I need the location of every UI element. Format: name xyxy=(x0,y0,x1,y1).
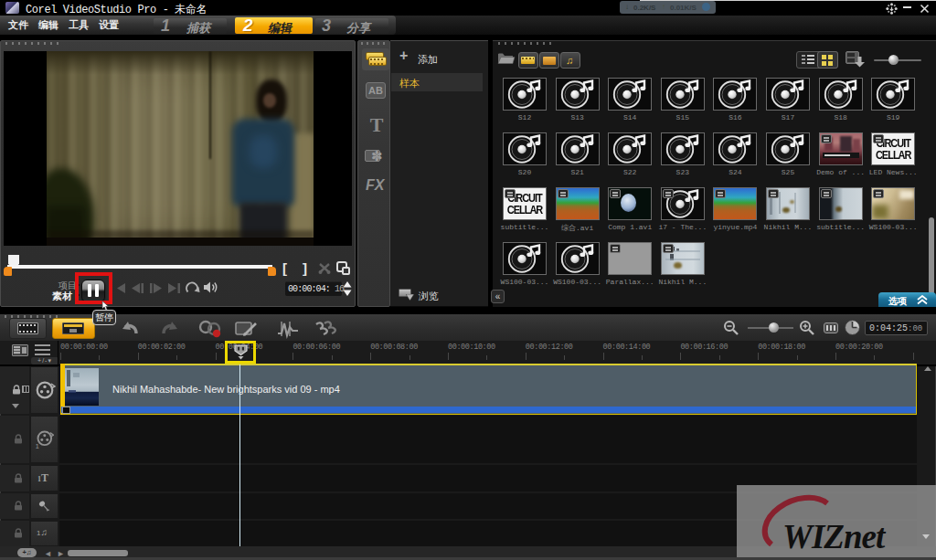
svg-text:WIZnet: WIZnet xyxy=(782,518,887,555)
